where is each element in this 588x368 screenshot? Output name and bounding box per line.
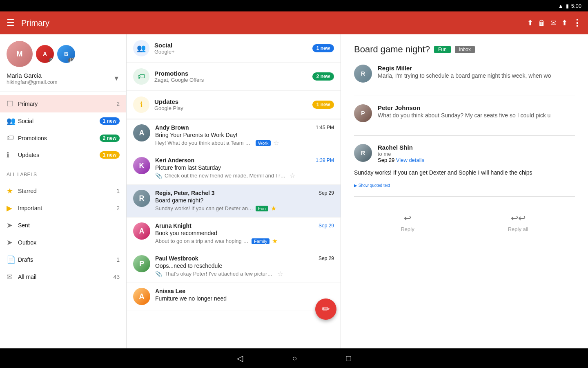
reply-all-button[interactable]: ↩↩ Reply all (508, 213, 528, 232)
avatar-secondary-1[interactable]: A 5 (36, 45, 54, 63)
label-action-icon[interactable]: ⬆ (561, 18, 568, 27)
compose-icon: ✏ (322, 303, 330, 315)
email-meta-2: 📎 Check out the new friend we made, Merr… (155, 172, 334, 180)
sidebar-item-allmail[interactable]: ✉ All mail 43 (0, 268, 126, 285)
msg-avatar-regis: R (354, 65, 372, 83)
starred-count: 1 (116, 188, 120, 194)
msg-sender-1: Regis Miller (378, 65, 551, 72)
allmail-icon: ✉ (7, 272, 18, 281)
message-card-3: R Rachel Shin to me Sep 29 View details … (354, 144, 575, 197)
email-list: 👥 Social Google+ 1 new 🏷 Promotions Zaga… (127, 34, 341, 348)
wifi-icon: ▲ (558, 3, 564, 9)
cat-social-sub: Google+ (154, 49, 312, 55)
reply-all-label: Reply all (508, 226, 528, 232)
show-quoted-button[interactable]: ▶ Show quoted text (354, 182, 575, 188)
email-avatar-keri: K (133, 157, 150, 174)
email-preview-1: Hey! What do you think about a Team Lunc… (155, 140, 253, 146)
delete-icon[interactable]: 🗑 (538, 19, 546, 27)
star-icon-5[interactable]: ☆ (277, 270, 283, 278)
sidebar-item-label: All mail (18, 274, 113, 280)
updates-badge: 1 new (100, 151, 120, 159)
email-item-5[interactable]: P Paul Westbrook Sep 29 Oops...need to r… (127, 250, 341, 283)
detail-tag-fun: Fun (434, 46, 451, 53)
back-button[interactable]: ◁ (237, 353, 243, 363)
category-promotions[interactable]: 🏷 Promotions Zagat, Google Offers 2 new (127, 63, 341, 91)
sidebar-item-sent[interactable]: ➤ Sent (0, 217, 126, 234)
all-labels-heading: All labels (0, 167, 126, 179)
reply-button[interactable]: ↩ Reply (401, 213, 414, 232)
promotions-icon: 🏷 (7, 134, 18, 142)
more-options-icon[interactable]: ⋮ (572, 18, 581, 28)
triangle-icon: ▶ (354, 183, 359, 188)
cat-promotions-name: Promotions (154, 70, 312, 77)
email-item-2[interactable]: K Keri Anderson 1:39 PM Picture from las… (127, 152, 341, 185)
detail-subject: Board game night? (354, 44, 430, 55)
labels-nav: ★ Starred 1 ▶ Important 2 ➤ Sent ➤ Outbo… (0, 179, 126, 289)
category-social[interactable]: 👥 Social Google+ 1 new (127, 34, 341, 63)
email-action-icon[interactable]: ✉ (550, 18, 557, 27)
cat-promotions-info: Promotions Zagat, Google Offers (154, 70, 312, 83)
avatar-face: M (7, 41, 33, 67)
email-subject-4: Book you recommended (155, 230, 334, 236)
cat-updates-info: Updates Google Play (154, 98, 312, 111)
sidebar-item-important[interactable]: ▶ Important 2 (0, 200, 126, 217)
star-icon-1[interactable]: ☆ (273, 139, 279, 147)
home-button[interactable]: ○ (292, 354, 297, 363)
email-avatar-regis: R (133, 190, 150, 207)
email-header-6: Anissa Lee (155, 288, 334, 294)
sidebar-item-primary[interactable]: ☐ Primary 2 (0, 95, 126, 112)
email-meta-3: Sunday works! If you can get Dexter and … (155, 204, 334, 212)
sidebar-item-promotions[interactable]: 🏷 Promotions 2 new (0, 130, 126, 146)
recents-button[interactable]: □ (346, 354, 351, 363)
email-time-3: Sep 29 (318, 190, 334, 196)
msg-info-3: Rachel Shin to me Sep 29 View details (378, 144, 424, 163)
email-content-1: Andy Brown 1:45 PM Bring Your Parents to… (155, 124, 334, 147)
status-time: 5:00 (571, 3, 581, 9)
account-switcher-icon[interactable]: ▼ (113, 75, 120, 82)
sidebar-item-social[interactable]: 👥 Social 1 new (0, 112, 126, 130)
sidebar-item-label: Starred (18, 188, 116, 194)
compose-fab[interactable]: ✏ (315, 298, 336, 320)
sidebar-item-label: Sent (18, 222, 120, 229)
detail-subject-row: Board game night? Fun Inbox (354, 44, 575, 55)
msg-date: Sep 29 (378, 157, 394, 163)
email-item-6[interactable]: A Anissa Lee Furniture we no longer need (127, 283, 341, 310)
menu-icon[interactable]: ☰ (7, 18, 15, 28)
social-icon: 👥 (7, 117, 18, 126)
reply-icon: ↩ (404, 213, 411, 224)
important-icon: ▶ (7, 204, 18, 213)
sidebar-item-label: Social (18, 118, 100, 124)
email-item-1[interactable]: A Andy Brown 1:45 PM Bring Your Parents … (127, 119, 341, 152)
sidebar: M A 5 B 10 Maria Garcia hikingfan@gmail.… (0, 34, 127, 348)
avatar-main[interactable]: M (7, 41, 33, 67)
email-tag-work: Work (256, 140, 271, 146)
msg-to: to me (378, 151, 424, 157)
avatar-secondary-2[interactable]: B 10 (57, 45, 75, 63)
email-time-5: Sep 29 (318, 256, 334, 261)
sidebar-item-drafts[interactable]: 📄 Drafts 1 (0, 251, 126, 268)
email-item-4[interactable]: A Aruna Knight Sep 29 Book you recommend… (127, 218, 341, 250)
star-icon-2[interactable]: ☆ (290, 172, 295, 180)
star-icon-3[interactable]: ★ (271, 204, 276, 212)
view-details-link[interactable]: View details (396, 157, 424, 163)
category-updates[interactable]: ℹ Updates Google Play 1 new (127, 91, 341, 119)
updates-cat-icon: ℹ (133, 96, 149, 113)
star-icon-4[interactable]: ★ (272, 237, 278, 245)
sidebar-item-updates[interactable]: ℹ Updates 1 new (0, 146, 126, 164)
sidebar-item-outbox[interactable]: ➤ Outbox (0, 234, 126, 251)
sidebar-item-label: Outbox (18, 239, 120, 246)
important-count: 2 (116, 205, 120, 211)
email-meta-1: Hey! What do you think about a Team Lunc… (155, 139, 334, 147)
email-subject-1: Bring Your Parents to Work Day! (155, 132, 334, 138)
msg-sender-2: Peter Johnson (378, 104, 550, 111)
cat-updates-sub: Google Play (154, 105, 312, 111)
email-preview-3: Sunday works! If you can get Dexter and … (155, 205, 253, 211)
drafts-count: 1 (116, 256, 120, 263)
email-tag-fun: Fun (256, 206, 268, 211)
msg-avatar-peter: P (354, 104, 372, 122)
email-item-3[interactable]: R Regis, Peter, Rachel 3 Sep 29 Board ga… (127, 185, 341, 218)
email-avatar-andy: A (133, 124, 150, 141)
archive-icon[interactable]: ⬆ (527, 18, 533, 27)
sidebar-item-starred[interactable]: ★ Starred 1 (0, 182, 126, 200)
attachment-icon-5: 📎 (155, 271, 162, 277)
